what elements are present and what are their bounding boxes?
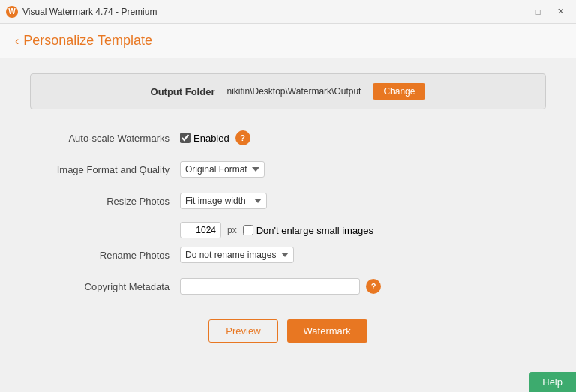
resize-controls: Fit image width Fit image height Fit ima… bbox=[180, 193, 267, 209]
main-content: Output Folder nikitin\Desktop\Watermark\… bbox=[0, 58, 576, 389]
page-title-container: ‹ Personalize Template bbox=[15, 33, 561, 49]
copyright-controls: ? bbox=[180, 278, 381, 295]
dont-enlarge-label[interactable]: Don't enlarge small images bbox=[243, 225, 374, 236]
copyright-help-button[interactable]: ? bbox=[366, 279, 381, 294]
help-corner-button[interactable]: Help bbox=[529, 372, 576, 392]
dont-enlarge-text: Don't enlarge small images bbox=[256, 225, 374, 236]
page-header: ‹ Personalize Template bbox=[0, 24, 576, 58]
auto-scale-row: Auto-scale Watermarks Enabled ? bbox=[30, 127, 546, 148]
back-arrow-icon[interactable]: ‹ bbox=[15, 34, 19, 48]
minimize-button[interactable]: — bbox=[506, 4, 525, 19]
copyright-row: Copyright Metadata ? bbox=[30, 276, 546, 297]
rename-select[interactable]: Do not rename images Custom rename bbox=[180, 247, 294, 263]
rename-controls: Do not rename images Custom rename bbox=[180, 247, 294, 263]
auto-scale-help-button[interactable]: ? bbox=[236, 130, 250, 145]
resize-select[interactable]: Fit image width Fit image height Fit ima… bbox=[180, 193, 267, 209]
copyright-label: Copyright Metadata bbox=[30, 281, 180, 292]
px-label: px bbox=[227, 225, 237, 235]
change-folder-button[interactable]: Change bbox=[373, 83, 425, 100]
page-title: Personalize Template bbox=[23, 33, 152, 49]
image-format-row: Image Format and Quality Original Format… bbox=[30, 159, 546, 180]
preview-button[interactable]: Preview bbox=[208, 319, 278, 343]
auto-scale-checkbox[interactable] bbox=[180, 133, 190, 143]
auto-scale-label: Auto-scale Watermarks bbox=[30, 133, 180, 144]
output-folder-path: nikitin\Desktop\Watermark\Output bbox=[226, 86, 361, 97]
rename-photos-row: Rename Photos Do not rename images Custo… bbox=[30, 244, 546, 265]
window-controls: — □ ✕ bbox=[506, 4, 570, 19]
rename-photos-label: Rename Photos bbox=[30, 250, 180, 261]
dont-enlarge-checkbox[interactable] bbox=[243, 225, 254, 235]
title-bar: W Visual Watermark 4.74 - Premium — □ ✕ bbox=[0, 0, 576, 24]
image-format-select[interactable]: Original Format JPEG PNG TIFF BMP bbox=[180, 161, 265, 178]
app-title: Visual Watermark 4.74 - Premium bbox=[22, 7, 157, 17]
close-button[interactable]: ✕ bbox=[550, 4, 570, 19]
action-buttons: Preview Watermark bbox=[30, 319, 546, 343]
image-format-controls: Original Format JPEG PNG TIFF BMP bbox=[180, 161, 265, 178]
output-folder-section: Output Folder nikitin\Desktop\Watermark\… bbox=[30, 73, 546, 109]
auto-scale-checkbox-label[interactable]: Enabled bbox=[180, 133, 230, 144]
resize-photos-label: Resize Photos bbox=[30, 196, 180, 207]
auto-scale-controls: Enabled ? bbox=[180, 130, 250, 145]
app-icon: W bbox=[6, 6, 18, 18]
output-folder-label: Output Folder bbox=[151, 86, 215, 97]
resize-sub-row: px Don't enlarge small images bbox=[180, 222, 546, 238]
image-format-label: Image Format and Quality bbox=[30, 164, 180, 175]
resize-photos-row: Resize Photos Fit image width Fit image … bbox=[30, 190, 546, 211]
resize-value-input[interactable] bbox=[180, 222, 221, 238]
maximize-button[interactable]: □ bbox=[528, 4, 548, 19]
auto-scale-value: Enabled bbox=[194, 133, 230, 144]
copyright-input[interactable] bbox=[180, 278, 360, 295]
watermark-button[interactable]: Watermark bbox=[287, 319, 368, 343]
